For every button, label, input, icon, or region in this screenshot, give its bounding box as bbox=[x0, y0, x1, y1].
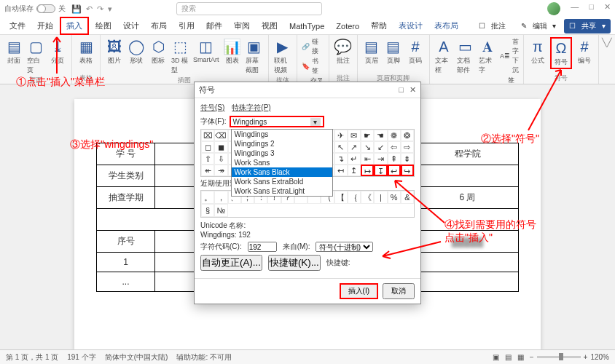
table-button[interactable]: ▦表格 bbox=[77, 37, 95, 66]
video-button[interactable]: ▶联机视频 bbox=[273, 37, 292, 76]
header-button[interactable]: ▤页眉 bbox=[362, 37, 381, 66]
zoom-out-icon[interactable]: − bbox=[530, 353, 534, 361]
quickparts-button[interactable]: ▭文档部件 bbox=[456, 37, 475, 76]
font-select[interactable]: Wingdings▾ Wingdings Wingdings 2 Wingdin… bbox=[230, 116, 324, 127]
recent-symbol[interactable]: & bbox=[401, 191, 414, 204]
save-icon[interactable]: 💾 bbox=[71, 4, 82, 14]
symbol-cell[interactable]: ⇨ bbox=[401, 141, 414, 153]
icons-button[interactable]: ⬡图标 bbox=[149, 37, 168, 66]
tab-review[interactable]: 审阅 bbox=[229, 18, 255, 33]
bookmark-button[interactable]: 🔖 书签 bbox=[302, 57, 324, 76]
symbol-cell[interactable]: ↠ bbox=[214, 165, 227, 176]
zoom-control[interactable]: − + 120% bbox=[530, 353, 609, 361]
symbol-cell[interactable]: ⇥ bbox=[374, 153, 387, 165]
symbol-cell[interactable]: ⇧ bbox=[201, 153, 214, 165]
dialog-titlebar[interactable]: 符号 □✕ bbox=[195, 82, 420, 98]
from-select[interactable]: 符号(十进制) bbox=[316, 242, 373, 252]
symbol-cell[interactable]: ↩ bbox=[388, 165, 401, 176]
font-option[interactable]: Work Sans bbox=[232, 158, 332, 167]
language-status[interactable]: 简体中文(中国大陆) bbox=[105, 352, 168, 363]
symbol-cell[interactable]: ↦ bbox=[361, 165, 374, 176]
symbol-cell[interactable]: ◻ bbox=[201, 141, 214, 153]
symbol-cell[interactable]: ⌫ bbox=[214, 130, 227, 141]
accessibility-status[interactable]: 辅助功能: 不可用 bbox=[176, 352, 232, 363]
shortcut-button[interactable]: 快捷键(K)... bbox=[268, 255, 321, 271]
symbol-cell[interactable]: ☛ bbox=[361, 130, 374, 141]
word-count[interactable]: 191 个字 bbox=[67, 352, 95, 363]
zoom-in-icon[interactable]: + bbox=[584, 353, 588, 361]
font-option[interactable]: Work Sans ExtraLight bbox=[232, 186, 332, 196]
tab-special[interactable]: 特殊字符(P) bbox=[232, 103, 270, 113]
tab-tablelayout[interactable]: 表布局 bbox=[429, 18, 463, 33]
dropcap-button[interactable]: A≣ 首字下沉 bbox=[500, 37, 519, 75]
page-status[interactable]: 第 1 页，共 1 页 bbox=[6, 352, 58, 363]
smartart-button[interactable]: ◫SmartArt bbox=[192, 37, 220, 64]
shapes-button[interactable]: ◯形状 bbox=[127, 37, 146, 66]
autocorrect-button[interactable]: 自动更正(A)... bbox=[200, 255, 262, 271]
zoom-slider[interactable] bbox=[537, 356, 581, 358]
number-button[interactable]: #编号 bbox=[575, 37, 594, 66]
font-option[interactable]: Work Sans ExtraBold bbox=[232, 177, 332, 186]
tab-zotero[interactable]: Zotero bbox=[331, 20, 364, 33]
tab-symbols[interactable]: 符号(S) bbox=[200, 103, 224, 113]
recent-symbol[interactable]: № bbox=[214, 204, 227, 217]
symbol-cell[interactable]: ⇦ bbox=[388, 141, 401, 153]
symbol-cell[interactable]: ✉ bbox=[348, 130, 361, 141]
dialog-close-icon[interactable]: ✕ bbox=[410, 85, 416, 95]
recent-symbol[interactable]: 《 bbox=[361, 191, 374, 204]
comment-button[interactable]: 💬批注 bbox=[334, 37, 353, 66]
symbol-cell[interactable]: ⇟ bbox=[401, 153, 414, 165]
symbol-cell[interactable]: ↤ bbox=[334, 165, 348, 176]
recent-symbol[interactable]: ｛ bbox=[348, 191, 361, 204]
tab-draw[interactable]: 绘图 bbox=[90, 18, 117, 33]
font-option[interactable]: Work Sans Black bbox=[232, 167, 332, 177]
textbox-button[interactable]: A文本框 bbox=[434, 37, 453, 76]
maximize-icon[interactable]: □ bbox=[589, 2, 594, 15]
search-input[interactable]: 搜索 bbox=[176, 2, 322, 15]
symbol-cell[interactable]: ⌧ bbox=[201, 130, 214, 141]
symbol-cell[interactable]: ↥ bbox=[348, 165, 361, 176]
symbol-cell[interactable]: ↧ bbox=[374, 165, 387, 176]
tab-design[interactable]: 设计 bbox=[118, 18, 144, 33]
recent-symbol[interactable]: § bbox=[201, 204, 214, 217]
tab-layout[interactable]: 布局 bbox=[146, 18, 172, 33]
recent-symbol[interactable]: % bbox=[388, 191, 401, 204]
link-button[interactable]: 🔗 链接 bbox=[302, 37, 324, 56]
picture-button[interactable]: 🖼图片 bbox=[105, 37, 124, 66]
symbol-cell[interactable]: ❂ bbox=[401, 130, 414, 141]
tab-mathtype[interactable]: MathType bbox=[284, 20, 329, 33]
screenshot-button[interactable]: ▣屏幕截图 bbox=[245, 37, 264, 76]
autosave-toggle[interactable]: 自动保存 关 bbox=[4, 4, 66, 14]
symbol-cell[interactable]: ↴ bbox=[334, 153, 348, 165]
tab-insert[interactable]: 插入 bbox=[60, 17, 89, 35]
recent-symbol[interactable]: 【 bbox=[334, 191, 348, 204]
focus-view-icon[interactable]: ▣ bbox=[493, 353, 499, 361]
redo-icon[interactable]: ↷ bbox=[97, 4, 103, 14]
chart-button[interactable]: 📊图表 bbox=[223, 37, 242, 66]
ribbon-collapse-icon[interactable]: ╲╱ bbox=[599, 35, 615, 84]
comments-button[interactable]: ☐ 批注 bbox=[475, 19, 513, 33]
symbol-cell[interactable]: ↗ bbox=[348, 141, 361, 153]
tab-help[interactable]: 帮助 bbox=[366, 18, 392, 33]
symbol-cell[interactable]: ❁ bbox=[388, 130, 401, 141]
minimize-icon[interactable]: — bbox=[571, 2, 579, 15]
font-option[interactable]: Wingdings 2 bbox=[232, 139, 332, 149]
symbol-cell[interactable]: ⇤ bbox=[361, 153, 374, 165]
recent-symbol[interactable]: | bbox=[374, 191, 387, 204]
symbol-cell[interactable]: ⇩ bbox=[214, 153, 227, 165]
symbol-cell[interactable]: ↙ bbox=[374, 141, 387, 153]
tab-home[interactable]: 开始 bbox=[32, 18, 58, 33]
symbol-cell[interactable]: ↪ bbox=[401, 165, 414, 176]
symbol-cell[interactable]: ☚ bbox=[374, 130, 387, 141]
symbol-cell[interactable]: ⇞ bbox=[388, 153, 401, 165]
symbol-cell[interactable]: ◼ bbox=[214, 141, 227, 153]
share-button[interactable]: ☐ 共享 ▾ bbox=[564, 19, 611, 33]
recent-symbol[interactable]: ， bbox=[214, 191, 227, 204]
qat-more-icon[interactable]: ▾ bbox=[108, 4, 112, 14]
tab-tabledesign[interactable]: 表设计 bbox=[393, 18, 428, 33]
page-break-button[interactable]: ⤓分页 bbox=[48, 37, 67, 66]
tab-view[interactable]: 视图 bbox=[256, 18, 283, 33]
cover-page-button[interactable]: ▤封面 bbox=[4, 37, 23, 66]
editing-button[interactable]: ✎ 编辑 ▾ bbox=[517, 19, 560, 33]
symbol-button[interactable]: Ω符号 bbox=[550, 37, 572, 69]
